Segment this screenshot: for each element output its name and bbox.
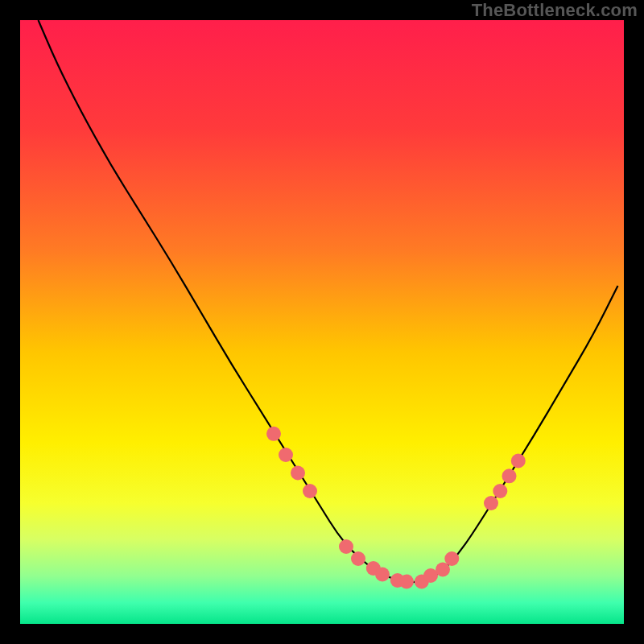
- marker-dot: [493, 484, 507, 498]
- marker-dot: [303, 484, 317, 498]
- marker-dot: [484, 496, 498, 510]
- marker-dot: [266, 427, 281, 441]
- marker-dot: [375, 568, 390, 582]
- marker-dot: [291, 466, 305, 481]
- marker-dot: [502, 469, 517, 483]
- marker-dot: [444, 551, 459, 566]
- marker-dot: [279, 448, 293, 462]
- chart-frame: { "watermark": "TheBottleneck.com", "cha…: [0, 0, 644, 644]
- chart-canvas: [0, 0, 644, 644]
- gradient-background: [20, 20, 624, 624]
- marker-dot: [339, 539, 353, 554]
- marker-dot: [511, 454, 526, 469]
- marker-dot: [399, 575, 414, 589]
- marker-dot: [351, 551, 365, 566]
